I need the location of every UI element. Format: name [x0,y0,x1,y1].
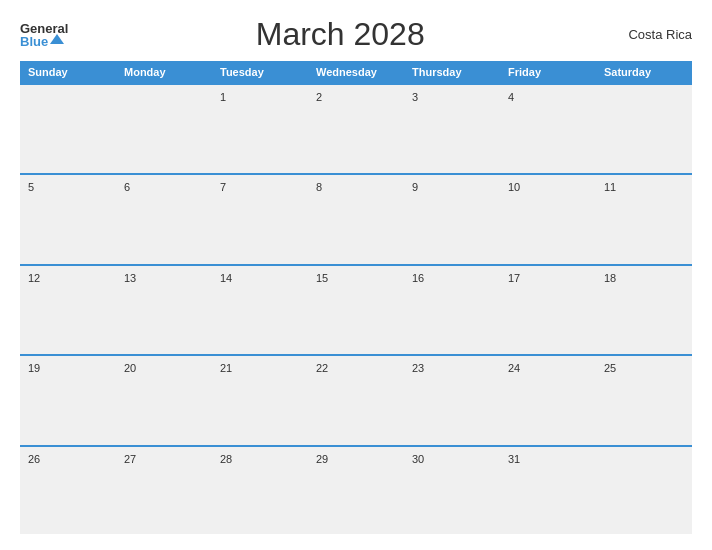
calendar-body: 1234567891011121314151617181920212223242… [20,84,692,534]
day-number: 31 [508,453,520,465]
calendar-header: General Blue March 2028 Costa Rica [20,16,692,53]
calendar-day-cell: 17 [500,265,596,355]
day-number: 12 [28,272,40,284]
calendar-day-cell: 24 [500,355,596,445]
calendar-day-cell: 20 [116,355,212,445]
day-number: 6 [124,181,130,193]
day-number: 17 [508,272,520,284]
calendar-day-cell: 31 [500,446,596,535]
day-number: 10 [508,181,520,193]
calendar-day-cell [20,84,116,174]
calendar-day-cell: 13 [116,265,212,355]
calendar-day-cell: 5 [20,174,116,264]
day-number: 22 [316,362,328,374]
calendar-day-cell [596,84,692,174]
country-label: Costa Rica [612,27,692,42]
day-number: 24 [508,362,520,374]
day-number: 25 [604,362,616,374]
calendar-day-cell: 8 [308,174,404,264]
weekday-header: Monday [116,61,212,84]
logo: General Blue [20,22,68,48]
calendar-day-cell: 28 [212,446,308,535]
calendar-day-cell: 6 [116,174,212,264]
calendar-day-cell: 4 [500,84,596,174]
day-number: 2 [316,91,322,103]
day-number: 30 [412,453,424,465]
calendar-day-cell: 9 [404,174,500,264]
day-number: 3 [412,91,418,103]
weekday-header: Saturday [596,61,692,84]
day-number: 19 [28,362,40,374]
calendar-day-cell: 23 [404,355,500,445]
day-number: 11 [604,181,616,193]
calendar-day-cell [116,84,212,174]
calendar-day-cell: 10 [500,174,596,264]
calendar-day-cell: 25 [596,355,692,445]
day-number: 18 [604,272,616,284]
calendar-day-cell: 18 [596,265,692,355]
day-number: 5 [28,181,34,193]
day-number: 7 [220,181,226,193]
calendar-day-cell [596,446,692,535]
day-number: 16 [412,272,424,284]
calendar-title: March 2028 [68,16,612,53]
logo-triangle-icon [50,34,64,44]
weekday-header-row: SundayMondayTuesdayWednesdayThursdayFrid… [20,61,692,84]
calendar-table: SundayMondayTuesdayWednesdayThursdayFrid… [20,61,692,534]
calendar-day-cell: 30 [404,446,500,535]
calendar-day-cell: 7 [212,174,308,264]
calendar-week-row: 262728293031 [20,446,692,535]
logo-general-text: General [20,22,68,35]
calendar-week-row: 567891011 [20,174,692,264]
calendar-day-cell: 27 [116,446,212,535]
day-number: 15 [316,272,328,284]
calendar-day-cell: 19 [20,355,116,445]
calendar-day-cell: 16 [404,265,500,355]
weekday-header: Friday [500,61,596,84]
weekday-header: Thursday [404,61,500,84]
day-number: 20 [124,362,136,374]
calendar-day-cell: 2 [308,84,404,174]
day-number: 23 [412,362,424,374]
day-number: 28 [220,453,232,465]
weekday-header: Sunday [20,61,116,84]
calendar-day-cell: 11 [596,174,692,264]
day-number: 27 [124,453,136,465]
calendar-day-cell: 1 [212,84,308,174]
weekday-header: Wednesday [308,61,404,84]
calendar-week-row: 1234 [20,84,692,174]
calendar-day-cell: 22 [308,355,404,445]
calendar-day-cell: 15 [308,265,404,355]
calendar-day-cell: 29 [308,446,404,535]
calendar-header-row: SundayMondayTuesdayWednesdayThursdayFrid… [20,61,692,84]
calendar-day-cell: 14 [212,265,308,355]
calendar-day-cell: 26 [20,446,116,535]
day-number: 21 [220,362,232,374]
day-number: 29 [316,453,328,465]
calendar-day-cell: 3 [404,84,500,174]
day-number: 4 [508,91,514,103]
logo-blue-text: Blue [20,35,48,48]
calendar-day-cell: 21 [212,355,308,445]
weekday-header: Tuesday [212,61,308,84]
calendar-week-row: 12131415161718 [20,265,692,355]
calendar-day-cell: 12 [20,265,116,355]
day-number: 9 [412,181,418,193]
day-number: 14 [220,272,232,284]
day-number: 1 [220,91,226,103]
day-number: 8 [316,181,322,193]
day-number: 26 [28,453,40,465]
day-number: 13 [124,272,136,284]
calendar-week-row: 19202122232425 [20,355,692,445]
